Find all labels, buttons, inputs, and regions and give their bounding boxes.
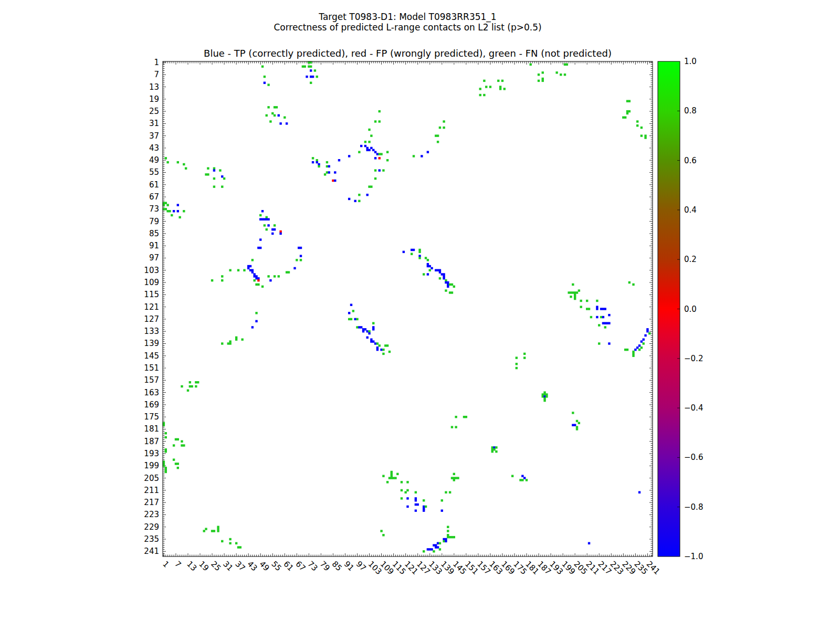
fn-point <box>211 279 213 281</box>
fn-point <box>439 127 441 129</box>
fn-point <box>207 173 209 175</box>
tp-point <box>360 326 362 328</box>
fn-point <box>288 271 290 273</box>
fn-point <box>648 332 650 334</box>
fn-point <box>526 479 528 481</box>
fn-point <box>479 88 481 90</box>
fn-point <box>574 291 576 293</box>
tp-point <box>439 269 441 271</box>
x-tick-label: 91 <box>342 559 356 573</box>
y-tick-label: 181 <box>144 424 159 434</box>
y-tick-label: 43 <box>149 143 159 153</box>
fn-point <box>572 284 574 286</box>
y-tick-label: 241 <box>144 547 159 556</box>
fn-point <box>499 88 501 90</box>
fn-point <box>382 534 384 536</box>
tp-point <box>370 339 372 341</box>
tp-point <box>433 544 435 546</box>
tp-point <box>445 538 447 540</box>
tp-point <box>372 340 374 342</box>
fn-point <box>165 450 167 453</box>
y-tick-label: 49 <box>149 155 159 165</box>
fn-point <box>213 530 215 532</box>
tp-point <box>255 275 257 277</box>
tp-point <box>634 349 636 351</box>
fn-point <box>483 94 485 96</box>
x-tick-label: 31 <box>221 559 235 573</box>
fn-point <box>261 66 264 68</box>
fn-point <box>181 385 183 387</box>
fn-point <box>211 530 213 532</box>
fn-point <box>564 64 566 66</box>
tp-point <box>596 308 598 310</box>
fn-point <box>175 463 177 465</box>
fn-point <box>217 528 219 530</box>
y-tick-label: 115 <box>144 290 159 299</box>
fn-point <box>221 275 223 277</box>
tp-point <box>177 210 179 212</box>
fn-point <box>497 80 499 82</box>
fn-point <box>545 395 548 397</box>
tp-point <box>374 151 376 153</box>
fn-point <box>433 550 435 552</box>
tp-point <box>251 269 254 271</box>
contact-map-figure: 1177131319192525313137374343494955556161… <box>0 0 840 630</box>
x-tick-label: 43 <box>245 559 259 573</box>
tp-point <box>328 165 330 167</box>
fn-point <box>386 481 388 483</box>
y-tick-label: 139 <box>144 339 159 348</box>
tp-point <box>380 349 382 351</box>
fn-point <box>538 74 540 76</box>
fn-point <box>197 381 199 383</box>
fn-point <box>379 110 381 112</box>
fn-point <box>274 224 276 226</box>
colorbar-tick-label: −0.6 <box>684 453 703 462</box>
fn-point <box>229 542 231 544</box>
tp-point <box>427 548 429 550</box>
fn-point <box>463 416 465 418</box>
fn-point <box>588 308 590 310</box>
fn-point <box>358 200 360 202</box>
fn-point <box>388 477 391 479</box>
y-tick-label: 133 <box>144 327 159 336</box>
fn-point <box>449 284 451 286</box>
fn-point <box>382 353 384 355</box>
x-tick-label: 85 <box>330 559 344 573</box>
fn-point <box>286 271 288 273</box>
fn-point <box>165 469 167 471</box>
fn-point <box>368 185 370 187</box>
tp-point <box>608 342 610 344</box>
fn-point <box>636 124 638 127</box>
fn-point <box>483 80 485 82</box>
fn-point <box>382 169 384 171</box>
fn-point <box>384 344 386 346</box>
x-tick-label: 55 <box>269 559 283 573</box>
y-tick-label: 1 <box>154 58 159 67</box>
y-tick-label: 145 <box>144 351 159 361</box>
tp-point <box>376 346 379 349</box>
tp-point <box>259 247 261 249</box>
tp-point <box>646 330 648 332</box>
fn-point <box>241 339 243 341</box>
y-tick-label: 67 <box>149 192 159 202</box>
tp-point <box>316 161 318 163</box>
y-tick-label: 175 <box>144 412 159 422</box>
tp-point <box>415 509 417 511</box>
fn-point <box>437 141 439 143</box>
fn-point <box>271 112 274 114</box>
fn-point <box>257 284 259 286</box>
tp-point <box>300 247 302 249</box>
fn-point <box>406 481 408 483</box>
tp-point <box>441 273 443 275</box>
tp-point <box>427 263 429 265</box>
tp-point <box>415 503 417 506</box>
fn-point <box>374 177 376 180</box>
fn-point <box>572 291 574 293</box>
colorbar-labels: 1.00.80.60.40.20.0−0.2−0.4−0.6−0.8−1.0 <box>677 57 703 561</box>
tp-point <box>572 424 574 426</box>
fn-point <box>624 117 626 119</box>
fn-point <box>205 173 207 175</box>
tp-point <box>423 509 425 511</box>
tp-point <box>406 497 408 499</box>
y-tick-label: 211 <box>144 486 159 495</box>
